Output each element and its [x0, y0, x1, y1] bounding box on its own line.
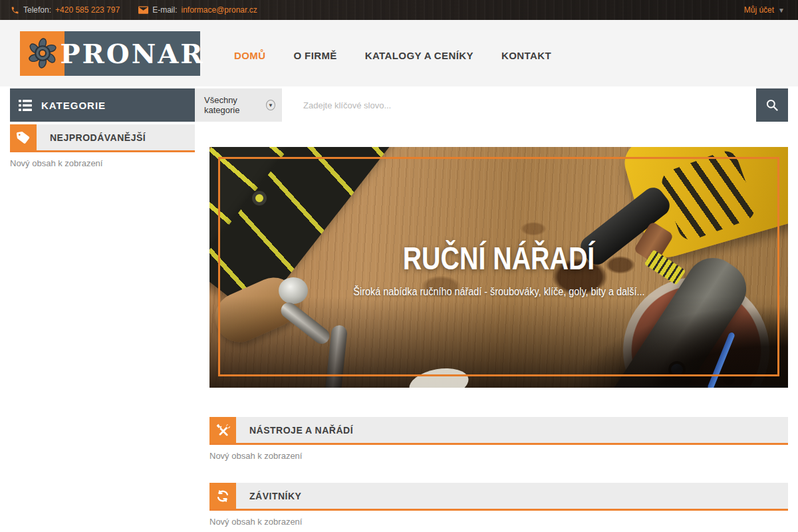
logo[interactable]: PRONAR — [20, 31, 200, 76]
nav-item-o-firme[interactable]: O FIRMĚ — [279, 43, 350, 68]
account-menu[interactable]: Můj účet ▼ — [744, 5, 785, 15]
email-link[interactable]: informace@pronar.cz — [181, 5, 257, 15]
category-select-value: Všechny kategorie — [204, 95, 266, 115]
account-label: Můj účet — [744, 5, 774, 15]
section-zavitniky-empty-text: Nový obsah k zobrazení — [209, 517, 788, 527]
hero-banner[interactable]: RUČNÍ NÁŘADÍ Široká nabídka ručního nářa… — [209, 147, 788, 388]
bestsellers-header: NEJPRODÁVANĚJŠÍ — [10, 124, 195, 152]
topbar: Telefon: +420 585 223 797 E-mail: inform… — [0, 0, 798, 20]
tag-icon — [10, 124, 37, 150]
chevron-down-icon: ▼ — [778, 7, 785, 14]
category-select[interactable]: Všechny kategorie ▼ — [195, 88, 282, 122]
section-nastroje-empty-text: Nový obsah k zobrazení — [209, 451, 788, 461]
section-nastroje: NÁSTROJE A NAŘÁDÍ Nový obsah k zobrazení — [209, 417, 788, 461]
sidebar: NEJPRODÁVANĚJŠÍ Nový obsah k zobrazení — [10, 124, 195, 168]
bestsellers-empty-text: Nový obsah k zobrazení — [10, 158, 195, 168]
logo-text: PRONAR — [65, 31, 200, 76]
section-zavitniky-title: ZÁVITNÍKY — [236, 483, 301, 509]
categories-label: KATEGORIE — [41, 100, 106, 111]
section-zavitniky-header: ZÁVITNÍKY — [209, 483, 788, 511]
nav-item-domu[interactable]: DOMŮ — [220, 43, 279, 68]
envelope-icon — [138, 6, 148, 14]
topbar-email: E-mail: informace@pronar.cz — [138, 5, 257, 15]
nav-item-katalogy[interactable]: KATALOGY A CENÍKY — [351, 43, 487, 68]
search-button[interactable] — [756, 88, 788, 122]
email-label: E-mail: — [152, 5, 177, 15]
hero-title: RUČNÍ NÁŘADÍ — [403, 240, 595, 277]
phone-icon — [11, 6, 19, 15]
search-bar: KATEGORIE Všechny kategorie ▼ — [10, 88, 788, 122]
bestsellers-title: NEJPRODÁVANĚJŠÍ — [37, 124, 146, 150]
topbar-phone: Telefon: +420 585 223 797 — [11, 5, 120, 15]
section-nastroje-title: NÁSTROJE A NAŘÁDÍ — [236, 417, 353, 443]
tools-icon — [209, 417, 236, 443]
header: PRONAR DOMŮ O FIRMĚ KATALOGY A CENÍKY KO… — [0, 20, 798, 86]
section-zavitniky: ZÁVITNÍKY Nový obsah k zobrazení — [209, 483, 788, 527]
section-nastroje-header: NÁSTROJE A NAŘÁDÍ — [209, 417, 788, 445]
cutter-logo-icon — [20, 31, 65, 76]
main-nav: DOMŮ O FIRMĚ KATALOGY A CENÍKY KONTAKT — [220, 43, 565, 68]
hero-subtitle: Široká nabídka ručního nářadí - šroubová… — [353, 286, 644, 298]
search-icon — [765, 98, 779, 112]
categories-button[interactable]: KATEGORIE — [10, 88, 195, 122]
nav-item-kontakt[interactable]: KONTAKT — [487, 43, 565, 68]
phone-label: Telefon: — [23, 5, 51, 15]
search-input[interactable] — [282, 88, 756, 122]
sync-icon — [209, 483, 236, 509]
phone-link[interactable]: +420 585 223 797 — [55, 5, 120, 15]
content: RUČNÍ NÁŘADÍ Široká nabídka ručního nářa… — [209, 124, 788, 527]
select-caret-icon: ▼ — [266, 100, 275, 110]
list-icon — [19, 100, 32, 111]
